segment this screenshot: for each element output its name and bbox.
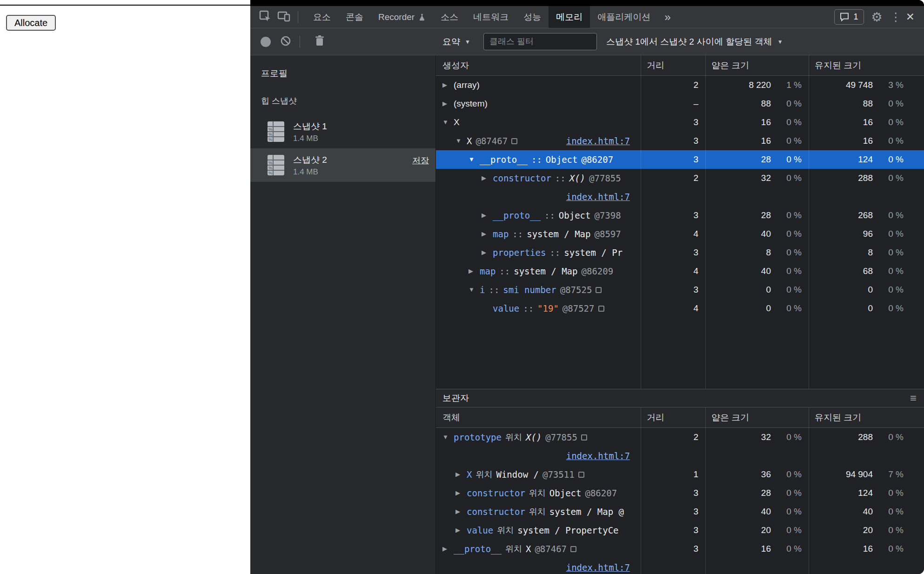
shallow-size-cell: 320 % — [705, 169, 809, 187]
column-header-constructor[interactable]: 생성자 — [436, 55, 641, 75]
object-name-cell: ▶constructor위치system / Map @ — [436, 502, 641, 521]
delete-snapshot-button[interactable] — [310, 33, 329, 51]
snapshot-item[interactable]: %%%스냅샷 11.4 MB — [250, 115, 435, 148]
source-link[interactable]: index.html:7 — [566, 447, 630, 465]
expander-collapsed-icon[interactable]: ▶ — [482, 169, 493, 187]
reveal-object-icon[interactable] — [570, 546, 576, 552]
retainers-menu-icon[interactable]: ≡ — [910, 392, 917, 405]
expander-collapsed-icon[interactable]: ▶ — [455, 484, 467, 502]
distance-value: 3 — [693, 206, 698, 225]
object-name-line: ▶(array) — [442, 76, 641, 94]
distance-cell: 3 — [641, 280, 705, 299]
save-snapshot-link[interactable]: 저장 — [412, 155, 429, 166]
object-name-part: map — [480, 262, 495, 280]
expander-collapsed-icon[interactable]: ▶ — [442, 540, 454, 558]
constructor-row[interactable]: ▶map::system / Map@862094400 %680 % — [436, 262, 924, 280]
constructor-row[interactable]: ▼X3160 %160 % — [436, 113, 924, 132]
issues-counter[interactable]: 1 — [834, 9, 864, 25]
record-button[interactable] — [261, 37, 271, 47]
constructor-row[interactable]: ▶__proto__::Object@73983280 %2680 % — [436, 206, 924, 225]
reveal-object-icon[interactable] — [596, 287, 602, 293]
perspective-select[interactable]: 요약 ▼ — [442, 36, 470, 48]
tab-메모리[interactable]: 메모리 — [549, 6, 590, 28]
expander-open-icon[interactable]: ▼ — [442, 428, 454, 447]
retainer-row[interactable]: ▶X위치Window /@735111360 %94 9047 % — [436, 465, 924, 484]
expander-collapsed-icon[interactable]: ▶ — [442, 76, 454, 94]
column-header-retained-size[interactable]: 유지된 크기 — [809, 407, 924, 427]
constructor-row[interactable]: ▶(system)–880 %880 % — [436, 94, 924, 113]
shallow-size-cell: 320 % — [705, 428, 809, 447]
expander-collapsed-icon[interactable]: ▶ — [482, 243, 493, 262]
more-tabs-button[interactable]: » — [658, 11, 677, 24]
chevron-down-icon: ▼ — [777, 39, 783, 45]
snapshot-item[interactable]: %%%스냅샷 21.4 MB저장 — [250, 148, 435, 182]
retained-size-value: 20 — [809, 521, 873, 540]
expander-collapsed-icon[interactable]: ▶ — [469, 262, 480, 280]
column-header-object[interactable]: 객체 — [436, 407, 641, 427]
retainer-row[interactable]: ▶constructor위치Object@862073280 %1240 % — [436, 484, 924, 502]
retained-size-percent: 0 % — [873, 169, 904, 187]
column-header-shallow-size[interactable]: 얕은 크기 — [705, 55, 809, 75]
tab-Recorder[interactable]: Recorder — [371, 6, 433, 28]
reveal-object-icon[interactable] — [598, 306, 604, 312]
allocate-button[interactable]: Allocate — [6, 15, 56, 31]
tab-성능[interactable]: 성능 — [516, 6, 549, 28]
constructor-row[interactable]: value::"19"@87527400 %00 % — [436, 299, 924, 318]
object-name-part: Object — [559, 206, 591, 225]
reveal-object-icon[interactable] — [511, 138, 517, 144]
source-link[interactable]: index.html:7 — [566, 558, 630, 574]
object-name-part: :: — [531, 150, 542, 169]
retained-size-cell: 880 % — [809, 94, 924, 113]
class-filter-input[interactable] — [483, 33, 597, 50]
constructor-row[interactable]: ▼X@87467index.html:73160 %160 % — [436, 132, 924, 150]
expander-collapsed-icon[interactable]: ▶ — [442, 94, 454, 113]
inspect-element-button[interactable] — [256, 8, 275, 27]
column-header-distance[interactable]: 거리 — [641, 55, 705, 75]
retainer-row[interactable]: ▶constructor위치system / Map @3400 %400 % — [436, 502, 924, 521]
tab-콘솔[interactable]: 콘솔 — [338, 6, 371, 28]
constructor-row[interactable]: ▶constructor::X()@77855index.html:72320 … — [436, 169, 924, 206]
object-name-part: prototype — [454, 428, 502, 447]
constructor-row[interactable]: ▶properties::system / Pr380 %80 % — [436, 243, 924, 262]
expander-open-icon[interactable]: ▼ — [469, 150, 480, 169]
source-link[interactable]: index.html:7 — [566, 132, 630, 150]
expander-collapsed-icon[interactable]: ▶ — [482, 206, 493, 225]
constructor-row[interactable]: ▶map::system / Map@85974400 %960 % — [436, 225, 924, 243]
expander-open-icon[interactable]: ▼ — [442, 113, 454, 132]
object-name-cell: ▼__proto__::Object@86207 — [436, 150, 641, 169]
object-name-cell: ▶__proto__::Object@7398 — [436, 206, 641, 225]
expander-collapsed-icon[interactable]: ▶ — [455, 465, 467, 484]
settings-gear-icon[interactable]: ⚙ — [871, 10, 883, 25]
expander-open-icon[interactable]: ▼ — [455, 132, 467, 150]
expander-open-icon[interactable]: ▼ — [469, 280, 480, 299]
source-link[interactable]: index.html:7 — [566, 187, 630, 206]
snapshot-name: 스냅샷 2 — [293, 154, 327, 166]
column-header-distance[interactable]: 거리 — [641, 407, 705, 427]
close-devtools-button[interactable]: ✕ — [906, 11, 915, 23]
tab-소스[interactable]: 소스 — [433, 6, 466, 28]
more-options-icon[interactable]: ⋮ — [890, 10, 897, 24]
clear-all-profiles-button[interactable] — [276, 33, 295, 51]
retainer-row[interactable]: ▼prototype위치X()@77855index.html:72320 %2… — [436, 428, 924, 465]
expander-collapsed-icon[interactable]: ▶ — [482, 225, 493, 243]
tab-네트워크[interactable]: 네트워크 — [466, 6, 516, 28]
retainer-row[interactable]: ▶__proto__위치X@87467index.html:73160 %160… — [436, 540, 924, 574]
retained-size-percent: 0 % — [873, 299, 904, 318]
column-header-shallow-size[interactable]: 얕은 크기 — [705, 407, 809, 427]
retainer-row[interactable]: ▶value위치system / PropertyCe3200 %200 % — [436, 521, 924, 540]
device-toolbar-button[interactable] — [275, 8, 293, 27]
object-name-line: ▼X — [442, 113, 641, 132]
column-header-retained-size[interactable]: 유지된 크기 — [809, 55, 924, 75]
object-name-part: @86207 — [585, 484, 617, 502]
tab-label: 성능 — [523, 11, 541, 23]
constructor-row[interactable]: ▶(array)28 2201 %49 7483 % — [436, 76, 924, 94]
snapshot-scope-select[interactable]: 스냅샷 1에서 스냅샷 2 사이에 할당된 객체 ▼ — [606, 36, 783, 48]
reveal-object-icon[interactable] — [578, 472, 584, 478]
constructor-row[interactable]: ▼__proto__::Object@862073280 %1240 % — [436, 150, 924, 169]
tab-애플리케이션[interactable]: 애플리케이션 — [590, 6, 658, 28]
expander-collapsed-icon[interactable]: ▶ — [455, 502, 467, 521]
reveal-object-icon[interactable] — [581, 434, 587, 441]
expander-collapsed-icon[interactable]: ▶ — [455, 521, 467, 540]
constructor-row[interactable]: ▼i::smi number@87525300 %00 % — [436, 280, 924, 299]
tab-요소[interactable]: 요소 — [306, 6, 338, 28]
